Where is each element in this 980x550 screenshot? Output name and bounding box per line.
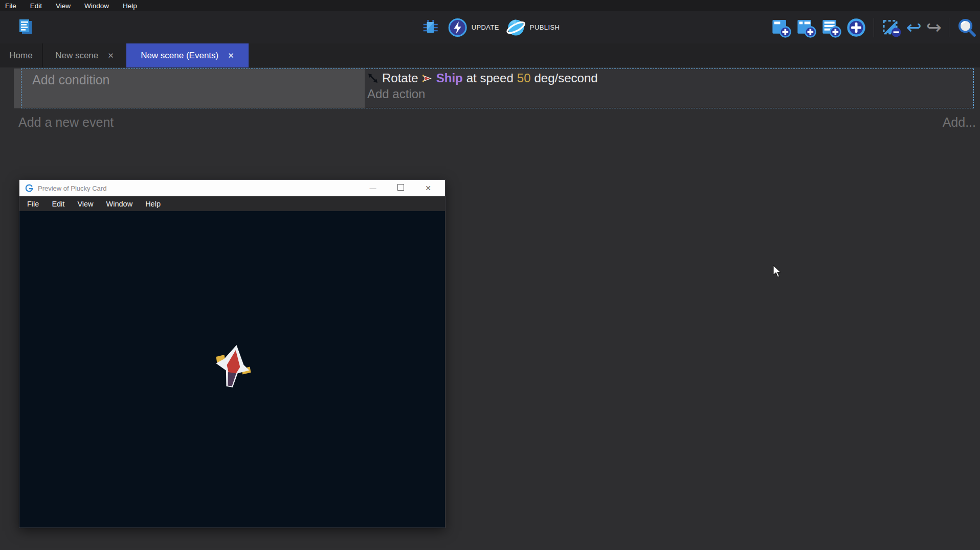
add-action-placeholder[interactable]: Add action [367, 87, 974, 101]
gdevelop-window: File Edit View Window Help [0, 0, 980, 550]
add-new-event-placeholder[interactable]: Add a new event [18, 115, 114, 130]
tab-home[interactable]: Home [0, 43, 42, 67]
ship-object-icon [422, 73, 433, 84]
update-button[interactable]: UPDATE [448, 17, 499, 38]
rotate-action-icon [367, 73, 378, 84]
preview-menu-view[interactable]: View [77, 200, 93, 208]
search-button[interactable] [956, 17, 977, 38]
tab-bar: Home New scene ✕ New scene (Events) ✕ [0, 43, 980, 67]
close-tab-icon[interactable]: ✕ [228, 51, 234, 60]
gdevelop-logo-icon [25, 184, 34, 193]
publish-planet-icon [506, 17, 526, 38]
action-verb: Rotate [382, 71, 418, 85]
add-event-link[interactable]: Add... [943, 115, 976, 130]
action-unit: deg/second [534, 71, 598, 85]
tab-label: New scene [55, 51, 98, 61]
menu-help[interactable]: Help [123, 2, 137, 10]
events-sheet: Add condition Rotate S [0, 67, 980, 550]
redo-button[interactable]: ↪ [926, 17, 942, 38]
maximize-button[interactable] [389, 184, 412, 193]
preview-menu-help[interactable]: Help [145, 200, 161, 208]
main-toolbar: UPDATE PUBLISH [0, 11, 980, 43]
ship-sprite [207, 340, 260, 393]
add-comment-button[interactable] [821, 17, 841, 38]
preview-window[interactable]: Preview of Plucky Card — ✕ File Edit Vie… [19, 179, 446, 528]
toolbar-separator [949, 18, 949, 37]
action-object: Ship [436, 71, 463, 85]
tab-label: Home [9, 51, 32, 61]
preview-titlebar[interactable]: Preview of Plucky Card — ✕ [19, 180, 445, 196]
game-viewport[interactable] [19, 211, 445, 528]
preview-menu-edit[interactable]: Edit [52, 200, 64, 208]
add-condition-placeholder[interactable]: Add condition [32, 73, 110, 87]
tab-label: New scene (Events) [141, 51, 218, 61]
action-middle-text: at speed [466, 71, 514, 85]
project-manager-icon[interactable] [15, 17, 36, 37]
choose-add-event-button[interactable] [846, 17, 866, 38]
undo-button[interactable]: ↩ [906, 17, 922, 38]
preview-menubar: File Edit View Window Help [19, 196, 445, 211]
preview-title: Preview of Plucky Card [38, 185, 106, 192]
preview-menu-file[interactable]: File [27, 200, 39, 208]
mouse-cursor [773, 265, 782, 278]
close-button[interactable]: ✕ [416, 184, 440, 192]
action-value: 50 [517, 71, 531, 85]
update-bolt-icon [448, 17, 468, 38]
publish-label: PUBLISH [530, 24, 560, 31]
tab-new-scene[interactable]: New scene ✕ [43, 43, 126, 67]
delete-selection-button[interactable] [881, 17, 902, 38]
main-menubar: File Edit View Window Help [0, 0, 980, 11]
toolbar-separator [874, 18, 874, 37]
event-row[interactable]: Add condition Rotate S [14, 68, 974, 108]
menu-edit[interactable]: Edit [30, 2, 42, 10]
menu-window[interactable]: Window [84, 2, 109, 10]
add-subevent-button[interactable] [796, 17, 816, 38]
publish-button[interactable]: PUBLISH [506, 17, 560, 38]
close-tab-icon[interactable]: ✕ [107, 51, 114, 60]
menu-view[interactable]: View [56, 2, 71, 10]
action-rotate[interactable]: Rotate Ship at speed 50 deg/second [367, 71, 974, 85]
menu-file[interactable]: File [5, 2, 16, 10]
update-label: UPDATE [472, 24, 499, 31]
preview-menu-window[interactable]: Window [106, 200, 133, 208]
debug-icon[interactable] [420, 17, 441, 38]
conditions-column[interactable]: Add condition [21, 68, 365, 108]
actions-column[interactable]: Rotate Ship at speed 50 deg/second Add a… [365, 68, 974, 108]
add-event-button[interactable] [771, 17, 791, 38]
minimize-button[interactable]: — [361, 185, 385, 192]
tab-new-scene-events[interactable]: New scene (Events) ✕ [126, 43, 249, 67]
